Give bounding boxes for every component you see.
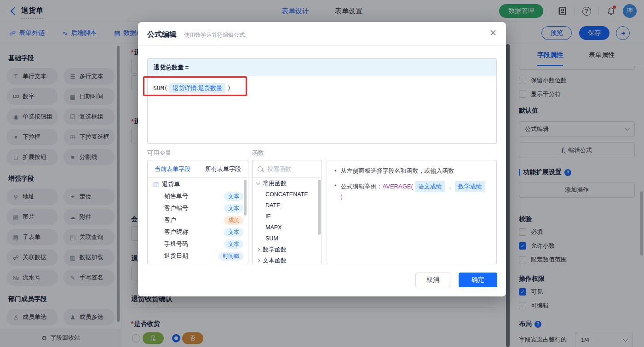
- formula-edit-modal: 公式编辑 使用数学运算符编辑公式 ✕ 退货总数量 = SUM(退货详情.退货数量…: [138, 22, 506, 296]
- tips-panel: •从左侧面板选择字段名和函数，或输入函数 • 公式编辑举例：AVERAGE(语文…: [327, 160, 497, 264]
- functions-scrollbar[interactable]: [318, 180, 321, 235]
- app-window: 退货单 表单设计 表单设置 数据管理 ? 理: [0, 0, 644, 347]
- type-badge: 时间戳: [218, 252, 243, 261]
- variable-row[interactable]: 手机号码文本: [148, 238, 248, 250]
- functions-panel: 常用函数 CONCATENATE DATE IF MAPX SUM 数学函数 文…: [252, 160, 322, 264]
- function-search: [253, 160, 322, 178]
- function-item[interactable]: MAPX: [253, 222, 322, 233]
- variable-row[interactable]: 客户成员: [148, 214, 248, 226]
- document-icon: ▤: [153, 181, 159, 188]
- variables-scrollbar[interactable]: [244, 180, 247, 216]
- search-icon: [257, 166, 264, 172]
- type-badge: 文本: [224, 240, 243, 249]
- field-chip[interactable]: 退货详情.退货数量: [169, 83, 225, 93]
- chevron-right-icon: [256, 259, 260, 262]
- type-badge: 文本: [224, 192, 243, 201]
- type-badge: 文本: [224, 204, 243, 213]
- functions-label: 函数: [252, 149, 264, 157]
- tab-all-form-fields[interactable]: 所有表单字段: [205, 165, 241, 173]
- type-badge: 成员: [224, 216, 243, 225]
- function-item[interactable]: IF: [253, 211, 322, 222]
- variable-row[interactable]: 客户昵称文本: [148, 226, 248, 238]
- example-chip: 语文成绩: [415, 181, 445, 192]
- chevron-down-icon: [256, 181, 260, 184]
- formula-editor[interactable]: 退货总数量 = SUM(退货详情.退货数量): [147, 58, 497, 144]
- confirm-button[interactable]: 确定: [459, 273, 497, 287]
- variables-panel: 当前表单字段 所有表单字段 ▤退货单 销售单号文本 客户编号文本 客户成员 客户…: [147, 160, 248, 264]
- search-input[interactable]: [267, 165, 313, 172]
- variable-row[interactable]: 销售单号文本: [148, 190, 248, 202]
- function-group-common[interactable]: 常用函数: [253, 178, 322, 189]
- tip-line: •从左侧面板选择字段名和函数，或输入函数: [334, 166, 489, 176]
- variable-row[interactable]: 客户编号文本: [148, 202, 248, 214]
- modal-title: 公式编辑: [147, 30, 177, 40]
- tip-example-line: • 公式编辑举例：AVERAGE(语文成绩，数学成绩): [334, 181, 489, 201]
- tab-current-form-fields[interactable]: 当前表单字段: [155, 165, 190, 173]
- formula-target: 退货总数量 =: [148, 59, 496, 76]
- cancel-button[interactable]: 取消: [415, 273, 450, 287]
- chevron-right-icon: [256, 248, 260, 251]
- modal-subtitle: 使用数学运算符编辑公式: [184, 31, 245, 39]
- formula-expression[interactable]: SUM(退货详情.退货数量): [148, 76, 496, 100]
- function-item[interactable]: DATE: [253, 200, 322, 211]
- variables-label: 可用变量: [147, 149, 171, 157]
- example-chip: 数学成绩: [455, 181, 485, 192]
- close-icon[interactable]: ✕: [489, 28, 497, 37]
- variable-row[interactable]: 退货日期时间戳: [148, 250, 248, 262]
- type-badge: 文本: [224, 228, 243, 237]
- tree-root-form[interactable]: ▤退货单: [148, 178, 248, 190]
- function-item[interactable]: SUM: [253, 233, 322, 244]
- function-item[interactable]: CONCATENATE: [253, 189, 322, 200]
- function-group-text[interactable]: 文本函数: [253, 255, 322, 264]
- modal-header: 公式编辑 使用数学运算符编辑公式 ✕: [138, 22, 506, 46]
- function-group-math[interactable]: 数学函数: [253, 244, 322, 255]
